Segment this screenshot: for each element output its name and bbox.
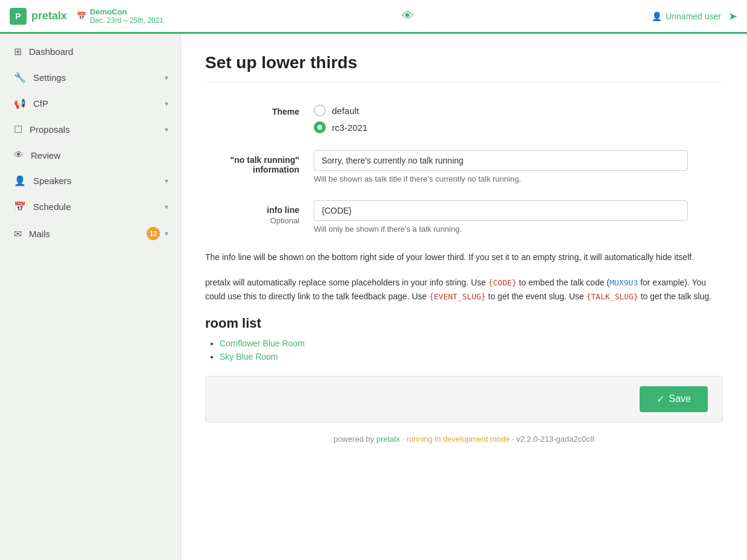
user-icon: 👤 (652, 11, 662, 21)
no-talk-label: "no talk running"information (205, 155, 299, 174)
theme-option-rc3[interactable]: rc3-2021 (314, 121, 723, 133)
footer-sep1: · (402, 434, 404, 444)
info-line-input[interactable] (314, 200, 688, 221)
chevron-down-icon: ▾ (165, 126, 168, 134)
footer-sep2: · (512, 434, 515, 444)
code-placeholder-3: {TALK_SLUG} (586, 292, 638, 301)
chevron-down-icon: ▾ (165, 229, 168, 238)
list-item: Sky Blue Room (220, 352, 723, 361)
no-talk-input[interactable] (314, 150, 688, 171)
description-2: pretalx will automatically replace some … (205, 276, 723, 304)
sidebar-label-dashboard: Dashboard (29, 46, 73, 57)
sidebar-item-settings[interactable]: 🔧 Settings ▾ (0, 65, 180, 91)
save-bar: ✓ Save (205, 376, 723, 422)
sidebar-label-speakers: Speakers (33, 176, 71, 186)
logo-icon: P (10, 8, 27, 25)
sidebar-item-speakers[interactable]: 👤 Speakers ▾ (0, 168, 180, 194)
user-info: 👤 Unnamed user (652, 11, 721, 21)
sidebar-label-mails: Mails (29, 229, 50, 239)
theme-option-default[interactable]: default (314, 104, 723, 116)
sidebar-item-schedule[interactable]: 📅 Schedule ▾ (0, 194, 180, 220)
sidebar: ⊞ Dashboard 🔧 Settings ▾ 📢 CfP ▾ ☐ Propo… (0, 34, 181, 560)
save-button[interactable]: ✓ Save (640, 386, 708, 412)
sidebar-label-proposals: Proposals (30, 124, 70, 135)
sidebar-label-schedule: Schedule (33, 202, 71, 212)
room-link-skyblue[interactable]: Sky Blue Room (220, 352, 278, 361)
event-dates: Dec. 23rd – 25th, 2021 (90, 16, 164, 25)
theme-label: Theme (205, 107, 299, 116)
speakers-icon: 👤 (14, 175, 26, 186)
sidebar-item-proposals[interactable]: ☐ Proposals ▾ (0, 116, 180, 142)
sidebar-label-settings: Settings (33, 72, 66, 83)
sidebar-item-cfp[interactable]: 📢 CfP ▾ (0, 91, 180, 116)
code-example: MUX9U3 (609, 278, 638, 287)
chevron-down-icon: ▾ (165, 74, 168, 82)
room-list: Cornflower Blue Room Sky Blue Room (205, 339, 723, 361)
footer-brand-link[interactable]: pretalx (377, 434, 400, 444)
event-name: DemoCon (90, 7, 164, 16)
radio-default[interactable] (314, 104, 326, 116)
footer: powered by pretalx · running in developm… (205, 422, 723, 456)
calendar-icon: 📅 (77, 11, 86, 21)
chevron-down-icon: ▾ (165, 100, 168, 108)
sidebar-item-dashboard[interactable]: ⊞ Dashboard (0, 39, 180, 65)
info-line-label: info line (205, 205, 299, 215)
logo-text: pretalx (31, 10, 67, 22)
desc2-before: pretalx will automatically replace some … (205, 278, 488, 287)
version-text: v2.2.0-213-gada2c0c8 (517, 434, 594, 444)
mails-icon: ✉ (14, 228, 22, 240)
cfp-icon: 📢 (14, 98, 26, 109)
theme-rc3-label: rc3-2021 (332, 122, 367, 133)
powered-by-text: powered by (334, 434, 374, 444)
logo[interactable]: P pretalx (10, 8, 67, 25)
logout-icon[interactable]: ➤ (728, 10, 737, 23)
sidebar-label-review: Review (31, 150, 60, 161)
dashboard-icon: ⊞ (14, 46, 22, 57)
check-icon: ✓ (656, 393, 664, 405)
desc2-mid1: to embed the talk code ( (517, 278, 609, 287)
desc2-end: to get the talk slug. (638, 291, 711, 301)
theme-default-label: default (332, 106, 359, 116)
sidebar-label-cfp: CfP (33, 98, 48, 109)
sidebar-item-mails[interactable]: ✉ Mails 12 ▾ (0, 220, 180, 247)
save-label: Save (669, 393, 691, 404)
code-placeholder-1: {CODE} (488, 278, 517, 287)
settings-icon: 🔧 (14, 72, 26, 83)
page-title: Set up lower thirds (205, 53, 723, 83)
room-link-cornflower[interactable]: Cornflower Blue Room (220, 339, 305, 348)
theme-section: Theme default rc3-2021 (205, 102, 723, 133)
code-placeholder-2: {EVENT_SLUG} (429, 292, 486, 301)
preview-icon[interactable]: 👁 (402, 9, 414, 23)
schedule-icon: 📅 (14, 201, 26, 212)
info-line-hint: Will only be shown if there's a talk run… (314, 224, 723, 234)
desc2-mid3: to get the event slug. Use (486, 291, 586, 301)
no-talk-section: "no talk running"information Will be sho… (205, 150, 723, 183)
sidebar-item-review[interactable]: 👁 Review (0, 142, 180, 168)
theme-radio-group: default rc3-2021 (314, 102, 723, 133)
mails-badge: 12 (147, 227, 160, 240)
app-header: P pretalx 📅 DemoCon Dec. 23rd – 25th, 20… (0, 0, 747, 34)
info-line-optional: Optional (205, 216, 299, 225)
proposals-icon: ☐ (14, 124, 22, 135)
main-content: Set up lower thirds Theme default rc3-20… (181, 34, 747, 560)
list-item: Cornflower Blue Room (220, 339, 723, 348)
user-name: Unnamed user (666, 11, 721, 21)
review-icon: 👁 (14, 150, 24, 161)
description-1: The info line will be shown on the botto… (205, 250, 723, 264)
room-list-title: room list (205, 316, 723, 331)
event-info[interactable]: 📅 DemoCon Dec. 23rd – 25th, 2021 (77, 7, 164, 25)
chevron-down-icon: ▾ (165, 203, 168, 211)
no-talk-hint: Will be shown as talk title if there's c… (314, 174, 723, 183)
chevron-down-icon: ▾ (165, 177, 168, 185)
radio-rc3[interactable] (314, 121, 326, 133)
dev-mode-text: running in development mode (407, 434, 510, 444)
info-line-section: info line Optional Will only be shown if… (205, 200, 723, 234)
